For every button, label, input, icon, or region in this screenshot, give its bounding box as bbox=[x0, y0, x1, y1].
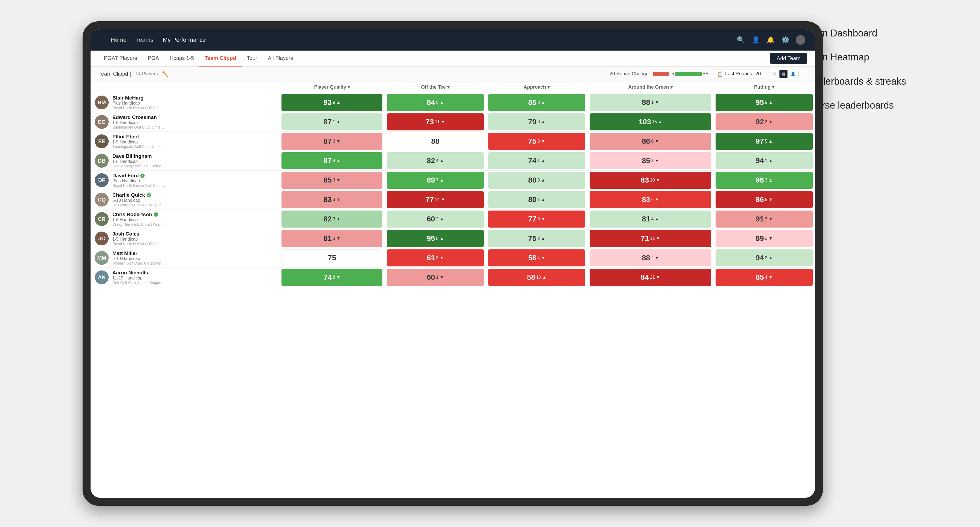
metric-value: 58 bbox=[528, 254, 536, 262]
col-header-4[interactable]: Putting ▾ bbox=[713, 81, 815, 93]
metric-cell-0-2: 858 ▲ bbox=[486, 93, 587, 112]
player-avatar: DB bbox=[95, 154, 109, 168]
metric-change: 8 ▼ bbox=[765, 197, 773, 202]
player-cell-1[interactable]: ECEdward Crossman1-5 HandicapSunningdale… bbox=[91, 112, 279, 132]
player-cell-5[interactable]: CQCharlie Quick✓6-10 HandicapSt. George'… bbox=[91, 190, 279, 210]
tab-tour[interactable]: Tour bbox=[242, 51, 262, 67]
player-handicap: Plus Handicap bbox=[112, 179, 275, 183]
verified-badge: ✓ bbox=[147, 193, 151, 197]
table-row: JCJosh Coles1-5 HandicapRoyal North Devo… bbox=[91, 229, 815, 248]
table-container[interactable]: Player Quality ▾Off the Tee ▾Approach ▾A… bbox=[91, 81, 815, 498]
tab-team-clippd[interactable]: Team Clippd bbox=[199, 51, 242, 67]
player-cell-0[interactable]: BMBlair McHargPlus HandicapRoyal North D… bbox=[91, 93, 279, 112]
metric-value: 88 bbox=[431, 137, 439, 146]
player-club: Woburn Golf Club, United Kingdom bbox=[112, 261, 165, 265]
metric-cell-7-0: 813 ▼ bbox=[279, 229, 385, 248]
metric-change: 9 ▲ bbox=[538, 119, 545, 124]
player-handicap: 1-5 Handicap bbox=[112, 120, 275, 125]
player-cell-8[interactable]: MMMatt Miller6-10 HandicapWoburn Golf Cl… bbox=[91, 248, 279, 268]
metric-change: 4 ▲ bbox=[333, 158, 340, 163]
round-change-label: 20 Round Change bbox=[609, 71, 648, 77]
nav-link-my-performance[interactable]: My Performance bbox=[163, 37, 205, 43]
col-header-0[interactable]: Player Quality ▾ bbox=[279, 81, 385, 93]
metric-cell-3-1: 824 ▲ bbox=[385, 151, 486, 171]
col-header-3[interactable]: Around the Green ▾ bbox=[587, 81, 714, 93]
table-row: CQCharlie Quick✓6-10 HandicapSt. George'… bbox=[91, 190, 815, 210]
metric-cell-0-0: 939 ▲ bbox=[279, 93, 385, 112]
metric-cell-4-2: 803 ▲ bbox=[486, 171, 587, 190]
person-view-btn[interactable]: 👤 bbox=[789, 70, 797, 78]
metric-cell-2-4: 975 ▲ bbox=[713, 132, 815, 151]
metric-cell-8-4: 943 ▲ bbox=[713, 248, 815, 268]
metric-change: 6 ▼ bbox=[651, 197, 659, 202]
col-header-2[interactable]: Approach ▾ bbox=[486, 81, 587, 93]
metric-value: 89 bbox=[426, 176, 435, 184]
metric-value: 83 bbox=[323, 195, 332, 204]
player-name: Josh Coles bbox=[112, 231, 275, 237]
last-rounds-icon: 📋 bbox=[717, 71, 723, 77]
last-rounds-button[interactable]: 📋 Last Rounds: 20 bbox=[713, 69, 765, 79]
player-handicap: Plus Handicap bbox=[112, 101, 275, 106]
player-avatar: MM bbox=[95, 251, 109, 265]
player-cell-3[interactable]: DBDave Billingham1-5 HandicapGog Magog G… bbox=[91, 151, 279, 171]
tab-hcaps-1-5[interactable]: Hcaps 1-5 bbox=[164, 51, 199, 67]
metric-change: 9 ▲ bbox=[765, 100, 773, 105]
metric-change: 1 ▲ bbox=[538, 158, 545, 163]
metric-change: 8 ▼ bbox=[333, 275, 340, 280]
metric-cell-6-4: 913 ▼ bbox=[713, 210, 815, 229]
tab-all-players[interactable]: All Players bbox=[262, 51, 298, 67]
metric-cell-5-1: 7714 ▼ bbox=[385, 190, 486, 210]
table-row: ANAaron Nicholls11-15 HandicapDrift Golf… bbox=[91, 268, 815, 287]
metric-value: 80 bbox=[528, 195, 536, 204]
metric-value: 94 bbox=[756, 254, 764, 262]
heat-view-btn[interactable]: ▦ bbox=[779, 70, 788, 78]
metric-value: 85 bbox=[642, 157, 650, 165]
user-icon[interactable]: 👤 bbox=[751, 35, 760, 45]
player-club: Sunningdale Golf Club, United Kingdom bbox=[112, 144, 165, 149]
annotation-list-item: Leaderboards & streaks bbox=[804, 75, 964, 88]
tab-pga[interactable]: PGA bbox=[142, 51, 164, 67]
metric-change: 3 ▲ bbox=[538, 178, 545, 183]
player-club: Royal North Devon Golf Club, United King… bbox=[112, 183, 165, 187]
metric-cell-7-1: 958 ▲ bbox=[385, 229, 486, 248]
col-header-1[interactable]: Off the Tee ▾ bbox=[385, 81, 486, 93]
player-cell-7[interactable]: JCJosh Coles1-5 HandicapRoyal North Devo… bbox=[91, 229, 279, 248]
player-name: Matt Miller bbox=[112, 251, 275, 256]
tablet-screen: HomeTeamsMy Performance 🔍 👤 🔔 ⚙️ PGAT Pl… bbox=[91, 29, 815, 498]
metric-change: 3 ▼ bbox=[538, 217, 545, 221]
tab-bar: PGAT PlayersPGAHcaps 1-5Team ClippdTourA… bbox=[91, 51, 815, 67]
metric-change: 1 ▲ bbox=[538, 197, 545, 202]
settings-icon[interactable]: ⚙️ bbox=[781, 35, 791, 45]
metric-value: 75 bbox=[528, 137, 536, 146]
player-cell-9[interactable]: ANAaron Nicholls11-15 HandicapDrift Golf… bbox=[91, 268, 279, 287]
table-row: MMMatt Miller6-10 HandicapWoburn Golf Cl… bbox=[91, 248, 815, 268]
metric-value: 74 bbox=[528, 157, 536, 165]
metric-cell-3-0: 874 ▲ bbox=[279, 151, 385, 171]
metric-cell-3-4: 941 ▲ bbox=[713, 151, 815, 171]
player-cell-2[interactable]: EEElliot Ebert1-5 HandicapSunningdale Go… bbox=[91, 132, 279, 151]
metric-value: 85 bbox=[528, 98, 536, 107]
edit-icon[interactable]: ✏️ bbox=[162, 71, 168, 77]
search-icon[interactable]: 🔍 bbox=[736, 35, 746, 45]
download-btn[interactable]: ↓ bbox=[799, 70, 807, 78]
nav-link-home[interactable]: Home bbox=[111, 37, 126, 43]
bell-icon[interactable]: 🔔 bbox=[766, 35, 775, 45]
player-cell-6[interactable]: CRChris Robertson✓1-5 HandicapCraigmilla… bbox=[91, 210, 279, 229]
nav-link-teams[interactable]: Teams bbox=[136, 37, 153, 43]
player-cell-4[interactable]: DFDavid Ford✓Plus HandicapRoyal North De… bbox=[91, 171, 279, 190]
metric-value: 74 bbox=[323, 273, 332, 282]
player-avatar: JC bbox=[95, 232, 109, 245]
metric-value: 103 bbox=[639, 117, 651, 126]
metric-change: 1 ▼ bbox=[436, 275, 444, 280]
metric-value: 86 bbox=[642, 137, 650, 146]
grid-view-btn[interactable]: ⊞ bbox=[770, 70, 778, 78]
metric-change: 3 ▼ bbox=[651, 158, 659, 163]
tab-pgat-players[interactable]: PGAT Players bbox=[99, 51, 142, 67]
bar-minus: -5 bbox=[670, 71, 674, 77]
avatar[interactable] bbox=[796, 35, 805, 45]
metric-cell-8-1: 613 ▼ bbox=[385, 248, 486, 268]
metric-cell-3-3: 853 ▼ bbox=[587, 151, 714, 171]
verified-badge: ✓ bbox=[154, 213, 158, 217]
metric-cell-0-3: 881 ▼ bbox=[587, 93, 714, 112]
add-team-button[interactable]: Add Team bbox=[770, 53, 807, 64]
